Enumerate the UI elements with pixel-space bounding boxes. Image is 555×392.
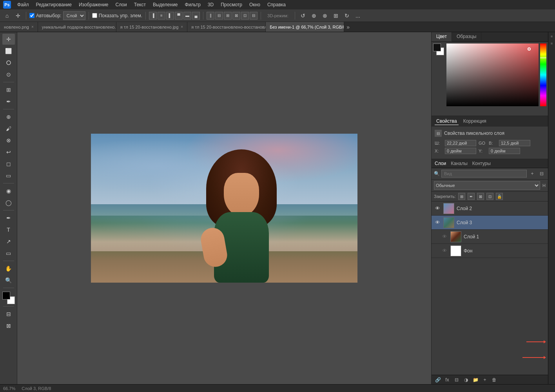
align-bottom-btn[interactable]: ▄: [192, 12, 200, 20]
distribute-left-btn[interactable]: ‖: [207, 12, 214, 20]
fg-swatch[interactable]: [433, 44, 441, 51]
lock-position-btn[interactable]: ✒: [468, 193, 475, 200]
crop-tool[interactable]: ⊞: [2, 84, 15, 95]
canvas-document[interactable]: [91, 134, 357, 283]
marquee-tool[interactable]: ⬜: [2, 45, 15, 56]
menu-text[interactable]: Текст: [131, 1, 149, 8]
color-picker-cursor[interactable]: [528, 47, 531, 51]
layer-3-visibility[interactable]: 👁: [434, 219, 441, 226]
y-value[interactable]: 0 дюйм: [489, 148, 520, 154]
lock-pixels-btn[interactable]: ⊞: [458, 193, 465, 200]
scale-3d-btn[interactable]: ⊞: [331, 11, 341, 20]
pan-3d-btn[interactable]: ⊕: [309, 11, 319, 20]
tab-0[interactable]: новлено.png ×: [0, 22, 38, 32]
layer-item-1[interactable]: 👁 Слой 1: [432, 230, 548, 244]
eyedropper-tool[interactable]: ✒: [2, 96, 15, 107]
quick-select-tool[interactable]: ⊙: [2, 69, 15, 80]
distribute-center-v-btn[interactable]: ⊡: [241, 12, 249, 20]
tab-1[interactable]: уникальный подарок-восстановлено.png ×: [38, 22, 116, 32]
layer-1-visibility[interactable]: 👁: [441, 233, 448, 240]
layers-search-add-btn[interactable]: +: [528, 170, 536, 177]
distribute-center-h-btn[interactable]: ⊟: [215, 12, 223, 20]
tab-3[interactable]: я тл 15 20-восстановлено-восстановлено.j…: [187, 22, 266, 32]
width-value[interactable]: 22,22 дюй: [445, 140, 476, 146]
move-tool[interactable]: ✛: [2, 34, 15, 45]
side-strip-btn-1[interactable]: ≡: [549, 34, 555, 39]
link-layers-btn[interactable]: 🔗: [434, 376, 442, 383]
x-value[interactable]: 0 дюйм: [445, 148, 476, 154]
color-gradient-satval[interactable]: [446, 44, 539, 106]
menu-help[interactable]: Справка: [264, 1, 289, 8]
tab-0-close[interactable]: ×: [31, 25, 34, 29]
new-adjustment-btn[interactable]: ◑: [462, 376, 470, 383]
distribute-right-btn[interactable]: ⊞: [224, 12, 232, 20]
delete-layer-btn[interactable]: 🗑: [490, 376, 498, 383]
tab-properties[interactable]: Свойства: [435, 118, 459, 125]
home-button[interactable]: ⌂: [2, 11, 12, 20]
roll-3d-btn[interactable]: ↻: [342, 11, 352, 20]
menu-edit[interactable]: Редактирование: [33, 1, 75, 8]
autoselect-dropdown[interactable]: Слой: [63, 11, 85, 20]
hand-tool[interactable]: ✋: [2, 263, 15, 274]
align-left-btn[interactable]: ▐: [149, 12, 157, 20]
menu-view[interactable]: Просмотр: [218, 1, 245, 8]
menu-filter[interactable]: Фильтр: [182, 1, 204, 8]
tab-channels[interactable]: Каналы: [451, 161, 468, 166]
menu-layers[interactable]: Слои: [112, 1, 130, 8]
side-strip-btn-2[interactable]: ≡: [549, 41, 555, 46]
fg-bg-swatches[interactable]: [433, 44, 444, 55]
blend-mode-select[interactable]: Обычные: [434, 181, 540, 190]
align-center-v-btn[interactable]: ▬: [183, 12, 191, 20]
canvas-area[interactable]: [17, 32, 431, 384]
tab-paths[interactable]: Контуры: [472, 161, 491, 166]
tab-4[interactable]: Без имени-1 @ 66,7% (Слой 3, RGB/8#) * ×: [266, 22, 344, 32]
color-swatches[interactable]: [2, 292, 15, 304]
tab-layers[interactable]: Слои: [435, 161, 446, 166]
autoselect-checkbox[interactable]: [29, 13, 34, 18]
menu-image[interactable]: Изображение: [76, 1, 112, 8]
pen-tool[interactable]: ✒: [2, 212, 15, 223]
text-tool[interactable]: T: [2, 224, 15, 235]
zoom-tool[interactable]: 🔍: [2, 275, 15, 286]
lock-extra-btn[interactable]: 🔒: [496, 193, 503, 200]
layer-item-fon[interactable]: 👁 Фон: [432, 244, 548, 258]
tab-correction[interactable]: Коррекция: [462, 118, 488, 125]
menu-3d[interactable]: 3D: [205, 1, 217, 8]
tab-swatches[interactable]: Образцы: [452, 32, 481, 42]
tabs-overflow-btn[interactable]: »: [344, 22, 352, 32]
eraser-tool[interactable]: ◻: [2, 158, 15, 169]
showtransform-checkbox[interactable]: [92, 13, 97, 18]
layer-item-3[interactable]: 👁 Слой 3: [432, 216, 548, 230]
layers-search-input[interactable]: [441, 170, 527, 178]
new-group-btn[interactable]: 📁: [472, 376, 479, 383]
rotate-3d-btn[interactable]: ↺: [298, 11, 308, 20]
lock-all-btn[interactable]: ⊡: [486, 193, 493, 200]
new-layer-btn[interactable]: +: [481, 376, 489, 383]
shape-tool[interactable]: ▭: [2, 248, 15, 259]
tab-color[interactable]: Цвет: [432, 32, 452, 42]
layer-2-visibility[interactable]: 👁: [434, 205, 441, 212]
tab-2-close[interactable]: ×: [181, 25, 183, 29]
height-value[interactable]: 12,5 дюй: [499, 140, 530, 146]
healing-tool[interactable]: ⊕: [2, 111, 15, 122]
gradient-tool[interactable]: ▭: [2, 170, 15, 181]
dodge-tool[interactable]: ◯: [2, 197, 15, 208]
brush-tool[interactable]: 🖌: [2, 123, 15, 134]
add-mask-btn[interactable]: ⊟: [453, 376, 461, 383]
align-top-btn[interactable]: ▀: [175, 12, 183, 20]
toolbar-more-btn[interactable]: ...: [353, 12, 363, 20]
layer-item-2[interactable]: 👁 Слой 2: [432, 201, 548, 216]
align-right-btn[interactable]: ▌: [166, 12, 174, 20]
blur-tool[interactable]: ◉: [2, 185, 15, 196]
menu-file[interactable]: Файл: [14, 1, 32, 8]
tab-2[interactable]: я тл 15 20-восстановлено.jpg ×: [116, 22, 187, 32]
menu-select[interactable]: Выделение: [150, 1, 181, 8]
add-style-btn[interactable]: fx: [443, 376, 451, 383]
quick-mask-btn[interactable]: ⊟: [2, 309, 15, 319]
slide-3d-btn[interactable]: ⊗: [320, 11, 330, 20]
layers-search-settings-btn[interactable]: ⊟: [538, 170, 546, 177]
move-tool-options[interactable]: ✛: [13, 11, 23, 20]
menu-window[interactable]: Окно: [246, 1, 263, 8]
screen-mode-btn[interactable]: ⊠: [2, 320, 15, 331]
lock-artboard-btn[interactable]: ⊠: [477, 193, 484, 200]
